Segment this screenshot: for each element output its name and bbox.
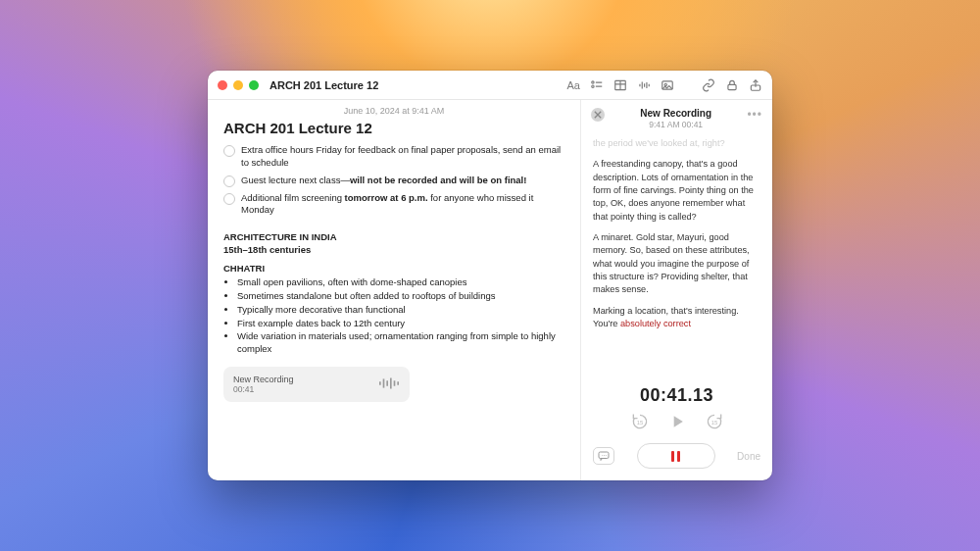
list-item: Typically more decorative than functiona… [237, 304, 564, 317]
checklist-text: Extra office hours Friday for feedback o… [241, 144, 564, 170]
table-button[interactable] [613, 78, 627, 92]
pause-record-button[interactable] [637, 443, 715, 469]
list-item: First example dates back to 12th century [237, 318, 564, 330]
section-heading: ARCHITECTURE IN INDIA [223, 231, 564, 244]
list-item: Small open pavilions, often with dome-sh… [237, 276, 564, 289]
waveform-icon [378, 376, 400, 392]
svg-rect-14 [728, 84, 736, 89]
list-item: Wide variation in materials used; orname… [237, 330, 564, 356]
media-button[interactable] [661, 78, 674, 92]
close-window-button[interactable] [218, 80, 227, 90]
checklist-item[interactable]: Extra office hours Friday for feedback o… [223, 144, 564, 170]
checklist: Extra office hours Friday for feedback o… [223, 144, 564, 222]
play-button[interactable] [667, 412, 687, 433]
note-title: ARCH 201 Lecture 12 [223, 120, 564, 136]
skip-forward-15-button[interactable]: 15 [705, 412, 724, 433]
notes-window: ARCH 201 Lecture 12 Aa [208, 71, 772, 480]
bullet-list: Small open pavilions, often with dome-sh… [237, 276, 564, 357]
playback-controls: 15 15 [593, 406, 760, 435]
transcript-highlight: absolutely correct [620, 319, 691, 328]
checklist-item[interactable]: Guest lecture next class—will not be rec… [223, 175, 564, 187]
audio-button[interactable] [637, 78, 651, 92]
share-button[interactable] [749, 78, 762, 92]
checklist-text: Additional film screening tomorrow at 6 … [241, 192, 564, 218]
more-options-button[interactable]: ••• [747, 108, 762, 122]
content-split: June 10, 2024 at 9:41 AM ARCH 201 Lectur… [208, 100, 772, 480]
recording-timer: 00:41.13 [593, 385, 760, 406]
section-subheading: 15th–18th centuries [223, 244, 564, 255]
svg-point-2 [592, 85, 594, 87]
link-button[interactable] [702, 78, 715, 92]
transcript-paragraph: A freestanding canopy, that's a good des… [593, 158, 760, 224]
close-panel-button[interactable] [591, 108, 605, 122]
svg-text:15: 15 [636, 420, 642, 426]
note-body[interactable]: June 10, 2024 at 9:41 AM ARCH 201 Lectur… [208, 100, 580, 480]
svg-marker-25 [673, 416, 682, 427]
transcript-faded-line: the period we've looked at, right? [593, 137, 760, 150]
transcript-paragraph: A minaret. Gold star, Mayuri, good memor… [593, 231, 760, 297]
window-title: ARCH 201 Lecture 12 [270, 79, 561, 91]
desktop-background: ARCH 201 Lecture 12 Aa [0, 0, 980, 551]
svg-text:⋯: ⋯ [602, 453, 607, 458]
svg-text:15: 15 [710, 420, 716, 426]
check-circle-icon[interactable] [223, 145, 235, 157]
checklist-item[interactable]: Additional film screening tomorrow at 6 … [223, 192, 564, 218]
recording-panel-header: New Recording 9:41 AM 00:41 ••• [581, 100, 772, 133]
transcript-area[interactable]: the period we've looked at, right? A fre… [581, 133, 772, 379]
minimize-window-button[interactable] [233, 80, 243, 90]
checklist-text: Guest lecture next class—will not be rec… [241, 175, 526, 187]
check-circle-icon[interactable] [223, 193, 235, 205]
pause-icon [671, 451, 680, 462]
recording-chip-time: 00:41 [233, 384, 294, 394]
recording-panel: New Recording 9:41 AM 00:41 ••• the peri… [580, 100, 772, 480]
transcript-toggle-button[interactable]: ⋯ [593, 447, 614, 465]
note-datestamp: June 10, 2024 at 9:41 AM [223, 106, 564, 116]
recording-attachment-chip[interactable]: New Recording 00:41 [223, 367, 410, 402]
transcript-paragraph: Marking a location, that's interesting. … [593, 305, 760, 331]
recording-chip-name: New Recording [233, 375, 294, 384]
window-controls [218, 80, 259, 90]
recording-footer: ⋯ Done [581, 435, 772, 480]
titlebar: ARCH 201 Lecture 12 Aa [208, 71, 772, 100]
lock-button[interactable] [725, 78, 739, 92]
fullscreen-window-button[interactable] [249, 80, 259, 90]
skip-back-15-button[interactable]: 15 [630, 412, 650, 433]
topic-heading: CHHATRI [223, 263, 564, 274]
done-button[interactable]: Done [737, 451, 760, 462]
svg-point-13 [664, 83, 666, 85]
recording-title: New Recording [612, 108, 739, 119]
font-style-button[interactable]: Aa [567, 79, 580, 91]
list-item: Sometimes standalone but often added to … [237, 290, 564, 303]
svg-point-0 [592, 80, 594, 82]
checklist-button[interactable] [590, 78, 604, 92]
recording-subtitle: 9:41 AM 00:41 [612, 120, 739, 129]
check-circle-icon[interactable] [223, 175, 235, 187]
